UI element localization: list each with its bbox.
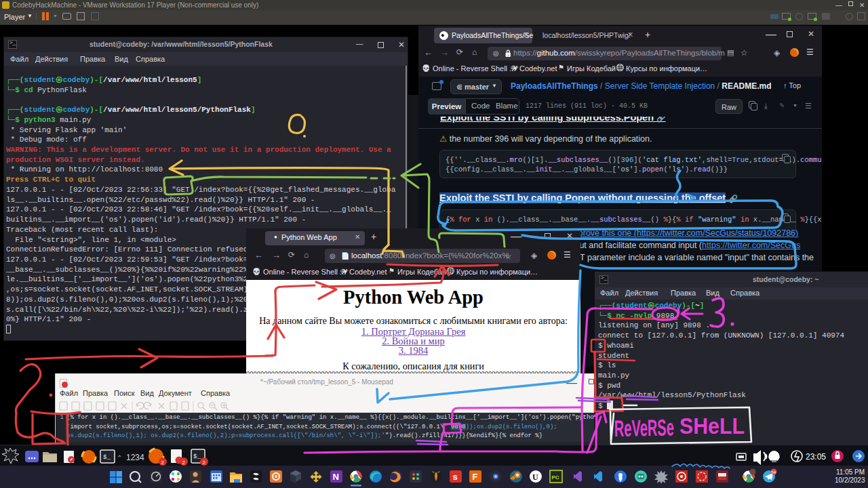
svg-text:$_: $_ (193, 453, 201, 460)
svg-text:N: N (333, 472, 339, 482)
svg-text:2: 2 (182, 460, 186, 466)
svg-text:11:05 PM: 11:05 PM (836, 468, 865, 476)
svg-text:10/2/2023: 10/2/2023 (835, 476, 865, 484)
svg-text:23:05: 23:05 (806, 452, 826, 462)
svg-text:s: s (453, 472, 458, 482)
svg-text:54: 54 (772, 470, 776, 474)
svg-text:2: 2 (161, 460, 165, 466)
svg-text:PC: PC (552, 474, 559, 481)
svg-text:⌃: ⌃ (117, 454, 122, 462)
svg-text:2: 2 (203, 460, 206, 466)
svg-text:U: U (532, 472, 538, 482)
svg-text:1234: 1234 (126, 453, 144, 462)
svg-text:$_: $_ (103, 454, 111, 461)
svg-text:F: F (473, 472, 478, 482)
